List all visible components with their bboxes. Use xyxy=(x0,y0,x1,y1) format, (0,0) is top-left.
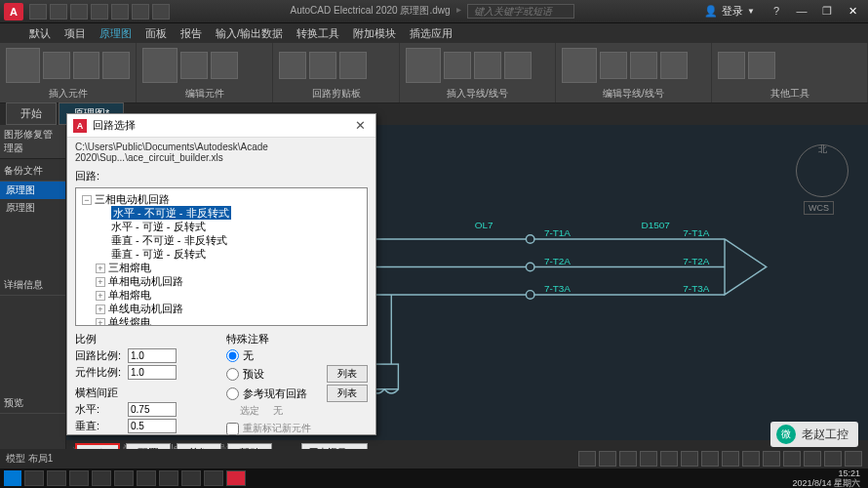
tree-item-selected[interactable]: 水平 - 不可逆 - 非反转式 xyxy=(111,206,231,220)
status-icon[interactable] xyxy=(599,451,616,467)
component-icon[interactable] xyxy=(73,52,100,79)
retag-checkbox[interactable] xyxy=(226,423,239,435)
menu-item[interactable]: 报告 xyxy=(180,26,202,41)
copy2-icon[interactable] xyxy=(309,52,336,79)
tree-item[interactable]: +三相熔电 xyxy=(82,261,361,274)
close-button[interactable]: ✕ xyxy=(841,4,864,20)
status-icon[interactable] xyxy=(763,451,780,467)
taskbar-app-icon[interactable] xyxy=(137,470,156,486)
menu-item[interactable]: 输入/输出数据 xyxy=(216,26,283,41)
file-item[interactable]: 原理图 xyxy=(0,199,65,217)
menu-item[interactable]: 插选应用 xyxy=(410,26,453,41)
minimize-button[interactable]: — xyxy=(790,4,813,20)
preset-list-button[interactable]: 列表 xyxy=(327,365,368,383)
trim-icon[interactable] xyxy=(562,48,597,83)
file-item[interactable]: 原理图 xyxy=(0,182,65,199)
vertical-spacing-input[interactable] xyxy=(128,419,177,433)
menu-item[interactable]: 附加模块 xyxy=(353,26,396,41)
status-icon[interactable] xyxy=(660,451,678,467)
cut-icon[interactable] xyxy=(279,52,306,79)
status-icon[interactable] xyxy=(845,451,862,467)
menu-item[interactable]: 原理图 xyxy=(99,26,132,41)
panel-section-backup[interactable]: 备份文件 xyxy=(0,161,65,182)
qat-save-icon[interactable] xyxy=(70,4,88,20)
paste-icon[interactable] xyxy=(211,52,238,79)
menu-item[interactable]: 面板 xyxy=(145,26,167,41)
edit-icon[interactable] xyxy=(142,48,178,83)
qat-undo-icon[interactable] xyxy=(132,4,149,20)
status-icon[interactable] xyxy=(804,451,821,467)
wcs-label[interactable]: WCS xyxy=(804,201,834,215)
taskbar-app-icon[interactable] xyxy=(204,470,223,486)
component2-icon[interactable] xyxy=(102,52,130,79)
dialog-close-icon[interactable]: ✕ xyxy=(351,118,370,133)
paste2-icon[interactable] xyxy=(339,52,367,79)
taskbar-edge-icon[interactable] xyxy=(92,470,111,486)
tree-item[interactable]: +单线电动机回路 xyxy=(82,302,361,315)
copy-icon[interactable] xyxy=(180,52,208,79)
taskbar-app-icon[interactable] xyxy=(181,470,201,486)
status-icon[interactable] xyxy=(824,451,842,467)
tool1-icon[interactable] xyxy=(718,52,745,79)
status-icon[interactable] xyxy=(640,451,657,467)
component-scale-input[interactable] xyxy=(128,365,177,380)
layout-tabs[interactable]: 模型 布局1 xyxy=(6,452,53,466)
taskbar-explorer-icon[interactable] xyxy=(69,470,89,486)
circuit-tree[interactable]: −三相电动机回路 水平 - 不可逆 - 非反转式 水平 - 可逆 - 反转式 垂… xyxy=(75,187,368,326)
taskbar-app-icon[interactable] xyxy=(159,470,178,486)
tool2-icon[interactable] xyxy=(748,52,775,79)
viewcube[interactable]: WCS xyxy=(788,144,856,232)
icon-builder-icon[interactable] xyxy=(6,48,40,83)
compass-icon[interactable] xyxy=(796,144,848,197)
panel-section-details[interactable]: 详细信息 xyxy=(0,275,65,296)
reference-list-button[interactable]: 列表 xyxy=(327,385,368,402)
tree-item[interactable]: 垂直 - 不可逆 - 非反转式 xyxy=(82,233,361,247)
taskbar-clock[interactable]: 15:212021/8/14 星期六 xyxy=(792,468,864,488)
tree-item[interactable]: +单线熔电 xyxy=(82,315,361,326)
status-icon[interactable] xyxy=(619,451,637,467)
panel-section-preview[interactable]: 预览 xyxy=(0,393,65,414)
maximize-button[interactable]: ❐ xyxy=(815,4,839,20)
status-icon[interactable] xyxy=(681,451,698,467)
wiretype-icon[interactable] xyxy=(660,52,688,79)
qat-new-icon[interactable] xyxy=(29,4,47,20)
tree-item[interactable]: +单相电动机回路 xyxy=(82,274,361,288)
search-input[interactable] xyxy=(467,4,574,19)
multiwire-icon[interactable] xyxy=(504,52,532,79)
tree-item[interactable]: 垂直 - 可逆 - 反转式 xyxy=(82,247,361,261)
circuit-icon[interactable] xyxy=(43,52,70,79)
status-icon[interactable] xyxy=(701,451,719,467)
ladder-icon[interactable] xyxy=(474,52,501,79)
dialog-titlebar[interactable]: A 回路选择 ✕ xyxy=(67,114,375,138)
radio-preset[interactable] xyxy=(226,368,239,381)
tree-item[interactable]: +单相熔电 xyxy=(82,288,361,302)
doctab-start[interactable]: 开始 xyxy=(6,102,57,125)
login-button[interactable]: 👤 登录 ▼ xyxy=(694,4,765,19)
taskbar-autocad-icon[interactable] xyxy=(226,470,246,486)
tree-item[interactable]: 水平 - 可逆 - 反转式 xyxy=(82,220,361,233)
stretch-icon[interactable] xyxy=(600,52,627,79)
help-button[interactable]: ? xyxy=(765,4,788,20)
wirenum-icon[interactable] xyxy=(444,52,471,79)
qat-redo-icon[interactable] xyxy=(152,4,170,20)
taskbar-search-icon[interactable] xyxy=(24,470,44,486)
taskbar-taskview-icon[interactable] xyxy=(47,470,66,486)
qat-saveas-icon[interactable] xyxy=(91,4,108,20)
radio-none[interactable] xyxy=(226,349,239,362)
status-icon[interactable] xyxy=(783,451,801,467)
wire-icon[interactable] xyxy=(406,48,441,83)
circuit-scale-input[interactable] xyxy=(128,348,177,363)
radio-reference[interactable] xyxy=(226,387,239,400)
editnum-icon[interactable] xyxy=(630,52,657,79)
qat-open-icon[interactable] xyxy=(50,4,67,20)
status-icon[interactable] xyxy=(722,451,739,467)
menu-item[interactable]: 项目 xyxy=(64,26,86,41)
app-logo[interactable]: A xyxy=(4,3,23,20)
status-icon[interactable] xyxy=(742,451,760,467)
status-icon[interactable] xyxy=(578,451,596,467)
menu-item[interactable]: 默认 xyxy=(29,26,51,41)
taskbar-app-icon[interactable] xyxy=(114,470,134,486)
qat-plot-icon[interactable] xyxy=(111,4,129,20)
start-button[interactable] xyxy=(4,470,21,486)
menu-item[interactable]: 转换工具 xyxy=(296,26,339,41)
